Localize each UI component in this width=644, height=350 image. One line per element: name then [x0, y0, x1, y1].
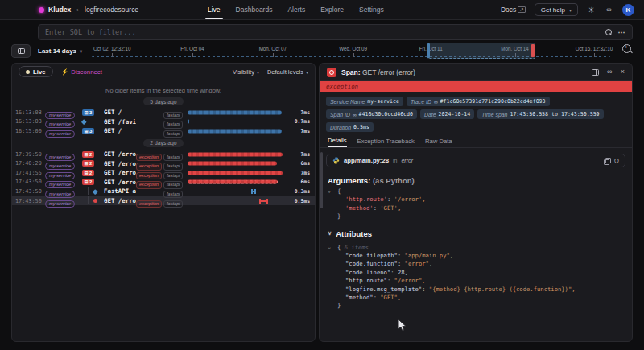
nav-tabs: Live Dashboards Alerts Explore Settings — [208, 0, 384, 19]
span-name: GET / — [104, 127, 136, 134]
span-name: GET /error — [104, 169, 136, 176]
view-source-icon[interactable]: Ω — [614, 158, 619, 164]
span-diamond-icon — [93, 189, 97, 194]
exception-banner: exception — [320, 81, 632, 92]
duration-bar-track — [188, 187, 286, 196]
tab-raw-data[interactable]: Raw Data — [425, 138, 452, 147]
copy-icon[interactable] — [604, 158, 610, 164]
nav-tab-alerts[interactable]: Alerts — [287, 0, 305, 19]
chevron-down-icon: ▾ — [80, 48, 82, 54]
tab-details[interactable]: Details — [328, 137, 347, 147]
fastapi-tag: fastapi — [163, 130, 183, 138]
time-divider-badge: 2 days ago — [143, 139, 183, 147]
link-icon[interactable]: ∞ — [434, 99, 438, 105]
duration-bar-track — [188, 108, 286, 117]
breadcrumb: Kludex › logfirecodesource — [39, 6, 138, 14]
nav-tab-live[interactable]: Live — [208, 0, 221, 19]
duration-bar-track — [188, 168, 286, 178]
search-icon[interactable] — [605, 29, 612, 35]
more-options-button[interactable]: ⋯ — [618, 28, 626, 36]
timeline-tick: Fri, Oct 04 — [192, 53, 193, 57]
collapse-children-badge[interactable]: ⊞2 — [82, 179, 94, 185]
expand-children-badge[interactable]: ⊞2 — [82, 170, 94, 176]
service-badge: my-service — [45, 130, 75, 138]
error-span-icon — [327, 68, 336, 77]
fastapi-tag: fastapi — [163, 200, 183, 208]
timeline[interactable]: Oct 02, 12:32:10 Fri, Oct 04 Mon, Oct 07… — [92, 42, 610, 60]
timeline-tick: Oct 02, 12:32:10 — [112, 53, 113, 57]
avatar[interactable]: K — [622, 4, 634, 16]
share-link-icon[interactable]: ∞ — [605, 6, 613, 14]
duration-label: 7ms — [286, 109, 315, 116]
get-help-button[interactable]: Get help ▾ — [535, 3, 578, 16]
python-icon — [332, 157, 340, 164]
error-dot-icon — [93, 199, 97, 203]
timeline-selection[interactable] — [427, 43, 535, 59]
trace-row-selected[interactable]: 17:43:50 my-service GET /error (error) e… — [12, 196, 315, 206]
nav-tab-explore[interactable]: Explore — [320, 0, 344, 19]
close-icon[interactable]: × — [621, 68, 625, 76]
meta-time-span: Time span17:43:50.558 to 17:43:50.559 — [477, 109, 603, 119]
trace-row[interactable]: 16:15:00 my-service ⊞3 GET / fastapi 7ms — [12, 126, 315, 136]
copy-link-icon[interactable]: ∞ — [605, 68, 614, 76]
exception-tag: exception — [136, 181, 162, 189]
expand-children-badge[interactable]: ⊞2 — [82, 160, 94, 167]
exception-tag: exception — [136, 200, 162, 208]
chevron-down-icon: ▾ — [257, 69, 259, 75]
theme-toggle-icon[interactable]: ☀ — [587, 6, 596, 14]
expand-icon: ⊞ — [85, 128, 89, 134]
duration-bar-track — [188, 178, 286, 187]
expand-children-badge[interactable]: ⊞3 — [82, 128, 94, 134]
visibility-dropdown[interactable]: Visibility▾ — [233, 68, 259, 76]
panel-scrollbar-thumb[interactable] — [320, 152, 323, 208]
selection-current-marker — [531, 44, 535, 57]
code-location: app/main.py:28 in error Ω — [326, 154, 625, 167]
timeline-tick: Oct 16, 12:32:10 — [594, 53, 595, 57]
duration-bar — [251, 189, 256, 194]
dock-panel-icon[interactable] — [592, 69, 599, 76]
zoom-in-icon[interactable] — [622, 44, 633, 55]
meta-span-id: Span ID∞#416d30c0ccd46cd0 — [326, 109, 417, 119]
detail-tabs: Details Exception Traceback Raw Data — [320, 136, 632, 148]
duration-label: 7ms — [286, 151, 315, 158]
attributes-heading[interactable]: ∨ Attributes — [328, 229, 624, 241]
breadcrumb-org[interactable]: Kludex — [48, 6, 71, 14]
span-metadata: Service Namemy-service Trace ID∞#f1c60e5… — [320, 92, 632, 136]
default-levels-dropdown[interactable]: Default levels▾ — [267, 68, 308, 76]
span-detail-header: Span: GET /error (error) ∞ × — [320, 64, 632, 81]
chevron-down-icon: ▾ — [306, 69, 308, 75]
duration-bar — [188, 110, 282, 114]
span-title: Span: GET /error (error) — [341, 68, 587, 76]
sidebar-toggle-button[interactable] — [11, 44, 31, 58]
timeline-tick: Wed, Oct 09 — [353, 53, 354, 57]
collapse-toggle-icon[interactable]: ⌄ — [328, 243, 331, 251]
expand-icon: ⊞ — [85, 151, 89, 158]
time-divider-badge: 5 days ago — [143, 97, 183, 105]
expand-children-badge[interactable]: ⊞3 — [82, 109, 94, 116]
docs-link[interactable]: Docs ↗ — [501, 6, 526, 14]
expand-children-badge[interactable]: ⊞2 — [82, 151, 94, 158]
timeline-tick: Mon, Oct 07 — [273, 53, 274, 57]
disconnect-button[interactable]: ⚡ Disconnect — [61, 68, 102, 76]
duration-bar — [188, 129, 282, 133]
meta-duration: Duration0.5ms — [326, 122, 374, 132]
plug-icon: ⚡ — [61, 68, 69, 76]
span-name: GET /error (error) — [104, 197, 136, 204]
span-name: GET /error — [104, 150, 136, 158]
selection-handle[interactable] — [427, 43, 430, 58]
live-panel-header: Live ⚡ Disconnect Visibility▾ Default le… — [12, 64, 315, 80]
link-icon[interactable]: ∞ — [353, 112, 357, 117]
nav-tab-dashboards[interactable]: Dashboards — [236, 0, 273, 19]
live-toggle-button[interactable]: Live — [19, 66, 53, 77]
sql-filter-input[interactable] — [45, 28, 599, 36]
span-name: GET /error — [104, 179, 136, 186]
duration-bar — [259, 199, 268, 204]
service-badge: my-service — [45, 200, 75, 208]
breadcrumb-project[interactable]: logfirecodesource — [85, 6, 138, 14]
nav-tab-settings[interactable]: Settings — [359, 0, 384, 19]
code-file-path[interactable]: app/main.py:28 — [344, 157, 389, 164]
tab-exception-traceback[interactable]: Exception Traceback — [357, 138, 415, 147]
time-range-dropdown[interactable]: Last 14 days ▾ — [38, 47, 82, 55]
collapse-toggle-icon[interactable]: ⌄ — [328, 187, 331, 195]
logfire-logo-icon — [39, 7, 44, 13]
